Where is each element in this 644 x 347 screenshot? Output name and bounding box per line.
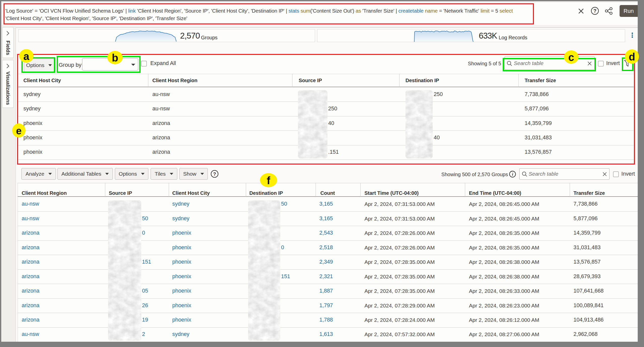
svg-text:i: i [512, 172, 513, 177]
svg-text:?: ? [213, 171, 216, 177]
svg-text:?: ? [593, 8, 596, 14]
